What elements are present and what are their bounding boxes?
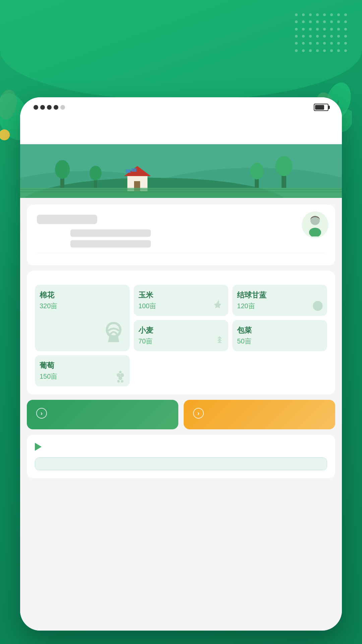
- crop-name-cotton: 棉花: [40, 290, 125, 300]
- crop-grid: 棉花 320亩 玉米 100亩: [35, 285, 327, 386]
- crop-area-cotton: 320亩: [40, 302, 125, 311]
- crop-card-wheat: 小麦 70亩: [134, 320, 229, 351]
- battery-icon: [314, 104, 328, 111]
- crop-area-corn: 100亩: [138, 302, 224, 311]
- avatar: [302, 211, 328, 238]
- crop-card-pakchoi: 包菜 50亩: [232, 320, 327, 351]
- signal-dot-3: [47, 105, 52, 110]
- action-row: › ›: [27, 400, 335, 429]
- signal-dot-4: [54, 105, 58, 110]
- svg-point-31: [118, 376, 122, 380]
- crop-area-wheat: 70亩: [138, 337, 224, 346]
- svg-point-25: [276, 156, 292, 176]
- crop-card-cotton: 棉花 320亩: [35, 285, 130, 351]
- plant-register-btn[interactable]: ›: [27, 400, 178, 429]
- svg-point-27: [309, 228, 321, 236]
- user-name-blur: [37, 215, 97, 224]
- subsidy-section: [27, 435, 335, 478]
- user-card: [27, 205, 335, 265]
- crop-area-pakchoi: 50亩: [237, 337, 322, 346]
- battery-fill: [315, 105, 324, 110]
- crop-area-cabbage: 120亩: [237, 302, 322, 311]
- user-divider: [37, 253, 325, 253]
- status-bar: [20, 97, 342, 117]
- table-header-col2: [132, 458, 230, 470]
- svg-point-26: [310, 216, 320, 225]
- subsidy-standard-btn[interactable]: ›: [184, 400, 335, 429]
- nav-bar: [20, 117, 342, 144]
- battery-area: [311, 104, 328, 111]
- crop-card-corn: 玉米 100亩: [134, 285, 229, 316]
- contact-row: [37, 229, 325, 237]
- header-landscape: [20, 144, 342, 198]
- crop-name-cabbage: 结球甘蓝: [237, 290, 322, 300]
- phone-content[interactable]: 棉花 320亩 玉米 100亩: [20, 198, 342, 631]
- crop-area-grape: 150亩: [40, 372, 125, 381]
- table-header-col1: [35, 458, 132, 470]
- table-header: [35, 458, 327, 470]
- signal-dot-1: [34, 105, 38, 110]
- subsidy-table: [35, 458, 327, 470]
- subsidy-standard-title: ›: [190, 408, 328, 419]
- svg-point-34: [119, 371, 121, 373]
- svg-point-29: [117, 373, 120, 377]
- crop-card-cabbage: 结球甘蓝 120亩: [232, 285, 327, 316]
- header-area: [0, 20, 362, 24]
- svg-point-28: [313, 301, 322, 311]
- crop-icon-corn: [212, 299, 226, 315]
- svg-point-11: [55, 160, 70, 179]
- subsidy-standard-arrow: ›: [193, 408, 204, 419]
- signal-area: [34, 105, 70, 110]
- signal-dot-5: [60, 105, 65, 110]
- plant-register-title: ›: [34, 408, 172, 419]
- triangle-icon: [35, 443, 42, 451]
- svg-point-33: [121, 380, 123, 382]
- crop-icon-wheat: [213, 335, 226, 350]
- area-section: 棉花 320亩 玉米 100亩: [27, 271, 335, 394]
- bottom-spacer: [27, 478, 335, 488]
- svg-point-32: [117, 380, 119, 382]
- svg-point-30: [120, 373, 124, 377]
- dot-pattern: // Generate dots const dp = document.que…: [295, 13, 349, 54]
- plant-register-arrow: ›: [36, 408, 47, 419]
- contact-value-blur: [70, 229, 151, 237]
- crop-name-pakchoi: 包菜: [237, 325, 322, 335]
- id-row: [37, 240, 325, 248]
- svg-rect-17: [126, 169, 131, 173]
- crop-name-corn: 玉米: [138, 290, 224, 300]
- id-value-blur: [70, 240, 151, 248]
- svg-point-13: [89, 166, 102, 180]
- subsidy-title-row: [35, 443, 327, 451]
- crop-icon-grape: [113, 369, 128, 385]
- crop-name-grape: 葡萄: [40, 361, 125, 371]
- crop-card-grape: 葡萄 150亩: [35, 355, 130, 386]
- signal-dot-2: [40, 105, 45, 110]
- svg-rect-18: [131, 168, 136, 172]
- crop-name-wheat: 小麦: [138, 325, 224, 335]
- svg-point-23: [250, 163, 263, 179]
- phone-mockup: 棉花 320亩 玉米 100亩: [20, 97, 342, 631]
- crop-icon-cotton: [100, 320, 127, 348]
- table-header-col3: [230, 458, 327, 470]
- crop-icon-cabbage: [310, 299, 325, 315]
